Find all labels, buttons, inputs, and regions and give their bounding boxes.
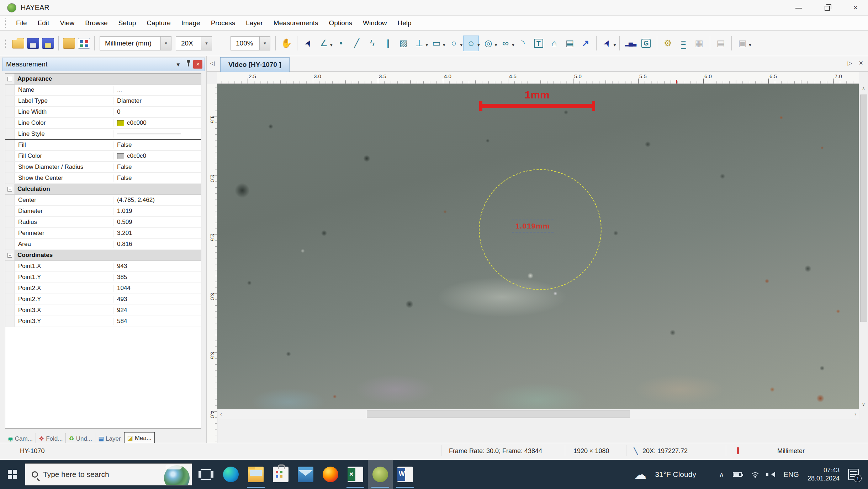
tab-close-icon[interactable]: ✕ [859, 60, 863, 66]
taskbar-store[interactable] [268, 460, 293, 489]
menu-browse[interactable]: Browse [80, 17, 113, 29]
chevron-down-icon[interactable]: ▾ [259, 37, 270, 50]
prop-row-line-color[interactable]: Line Colorc0c000 [5, 118, 201, 129]
menu-layer[interactable]: Layer [240, 17, 268, 29]
start-button[interactable] [0, 460, 25, 489]
volume-icon[interactable] [768, 472, 775, 477]
notifications-icon[interactable]: 1 [848, 469, 859, 480]
point-tool[interactable]: • [333, 36, 349, 51]
collapse-icon[interactable] [7, 77, 12, 81]
prop-row-fill[interactable]: FillFalse [5, 140, 201, 151]
close-button[interactable]: × [843, 0, 868, 16]
menu-view[interactable]: View [54, 17, 80, 29]
prop-row-show-diameter[interactable]: Show Diameter / RadiusFalse [5, 162, 201, 173]
taskbar-excel[interactable] [343, 460, 368, 489]
vertical-scroll-thumb[interactable] [860, 95, 867, 322]
angle-tool[interactable]: ∠ [316, 36, 332, 51]
select-tool[interactable]: ➤ [300, 36, 316, 51]
minimize-button[interactable] [786, 0, 811, 16]
save-as-icon[interactable] [42, 38, 54, 49]
prop-row-point3y[interactable]: Point3.Y584 [5, 316, 201, 327]
zoom-dropdown[interactable]: 100% ▾ [231, 36, 270, 50]
measurement-value-label[interactable]: 1.019mm [512, 220, 554, 232]
chevron-down-icon[interactable]: ▾ [160, 37, 171, 50]
menu-file[interactable]: File [11, 17, 32, 29]
weather-cloud-icon[interactable]: ☁ [634, 467, 646, 482]
chevron-down-icon[interactable]: ▾ [330, 42, 333, 48]
restore-button[interactable] [815, 0, 840, 16]
chevron-down-icon[interactable]: ▾ [460, 42, 463, 48]
prop-row-radius[interactable]: Radius0.509 [5, 217, 201, 228]
menu-help[interactable]: Help [392, 17, 417, 29]
magnification-dropdown[interactable]: 20X ▾ [176, 36, 212, 50]
browse-folder-icon[interactable] [63, 38, 75, 49]
group-calculation[interactable]: Calculation [5, 184, 201, 195]
menu-capture[interactable]: Capture [141, 17, 176, 29]
language-indicator[interactable]: ENG [784, 471, 799, 479]
prop-row-line-width[interactable]: Line Width0 [5, 107, 201, 118]
menu-window[interactable]: Window [358, 17, 392, 29]
panel-menu-icon[interactable]: ▼ [173, 61, 183, 68]
line-tool[interactable]: ╱ [349, 36, 365, 51]
three-point-circle-tool[interactable]: ◎ [481, 36, 496, 51]
horizontal-scroll-thumb[interactable] [367, 410, 630, 418]
pan-tool[interactable]: ✋ [279, 36, 294, 51]
hidden-icons-chevron[interactable]: ∧ [719, 470, 724, 479]
text-tool[interactable]: T [531, 36, 546, 51]
save-icon[interactable] [27, 38, 39, 49]
panel-close-icon[interactable]: × [193, 60, 202, 69]
prop-row-label-type[interactable]: Label TypeDiameter [5, 96, 201, 107]
polygon-tool[interactable]: ⌂ [546, 36, 562, 51]
arrow-tool[interactable]: ↗ [578, 36, 593, 51]
prop-row-name[interactable]: Name... [5, 85, 201, 96]
horizontal-scrollbar[interactable]: ‹ › [217, 409, 859, 419]
group-coordinates[interactable]: Coordinates [5, 250, 201, 261]
microscope-video-canvas[interactable]: 1mm 1.019mm [217, 84, 859, 409]
prop-row-point3x[interactable]: Point3.X924 [5, 305, 201, 316]
taskbar-file-explorer[interactable] [243, 460, 268, 489]
collapse-icon[interactable] [7, 187, 12, 192]
chevron-down-icon[interactable]: ▾ [426, 42, 428, 48]
scroll-left-icon[interactable]: ‹ [220, 411, 222, 417]
flatten-tool[interactable]: ≡ [676, 36, 691, 51]
ellipse-tool[interactable]: ○ [446, 36, 462, 51]
taskbar-search-box[interactable]: Type here to search [25, 463, 192, 485]
histogram-tool[interactable]: ▂▅▃ [623, 36, 638, 51]
taskbar-word[interactable] [393, 460, 418, 489]
taskbar-mail[interactable] [293, 460, 318, 489]
prop-row-fill-color[interactable]: Fill Colorc0c0c0 [5, 151, 201, 162]
pin-icon[interactable] [183, 61, 193, 68]
menu-edit[interactable]: Edit [32, 17, 55, 29]
caliper-tool[interactable]: ▤ [562, 36, 578, 51]
tab-scroll-left-icon[interactable]: ◁ [210, 60, 215, 66]
taskbar-hayear[interactable] [368, 460, 393, 489]
chevron-down-icon[interactable]: ▾ [443, 42, 445, 48]
scroll-right-icon[interactable]: › [854, 411, 856, 417]
task-view-button[interactable] [194, 460, 218, 489]
weather-text[interactable]: 31°F Cloudy [655, 470, 696, 479]
wifi-icon[interactable] [751, 471, 760, 478]
tab-measurement[interactable]: ◪Mea... [124, 432, 155, 444]
circle-tool[interactable]: ○ [463, 36, 479, 51]
prop-row-point2x[interactable]: Point2.X1044 [5, 283, 201, 294]
taskbar-firefox[interactable] [318, 460, 343, 489]
tab-scroll-right-icon[interactable]: ▷ [848, 60, 852, 66]
prop-row-line-style[interactable]: Line Style [5, 129, 201, 140]
menu-image[interactable]: Image [176, 17, 206, 29]
vertical-scrollbar[interactable]: ∧ ∨ [859, 84, 868, 409]
battery-icon[interactable] [733, 472, 742, 477]
prop-row-point2y[interactable]: Point2.Y493 [5, 294, 201, 305]
clock[interactable]: 07:43 28.01.2024 [808, 466, 840, 483]
chevron-down-icon[interactable]: ▾ [201, 37, 212, 50]
prop-row-show-center[interactable]: Show the CenterFalse [5, 173, 201, 184]
taskbar-edge[interactable] [218, 460, 243, 489]
menu-options[interactable]: Options [324, 17, 358, 29]
prop-row-point1y[interactable]: Point1.Y385 [5, 272, 201, 283]
annotation-select-tool[interactable]: ➤ [599, 36, 615, 51]
scroll-up-icon[interactable]: ∧ [859, 86, 868, 91]
scroll-down-icon[interactable]: ∨ [859, 402, 868, 407]
collapse-icon[interactable] [7, 253, 12, 258]
layout-grid-icon[interactable] [78, 38, 90, 49]
hatch-tool[interactable]: ▨ [396, 36, 412, 51]
chevron-down-icon[interactable]: ▾ [614, 42, 616, 48]
